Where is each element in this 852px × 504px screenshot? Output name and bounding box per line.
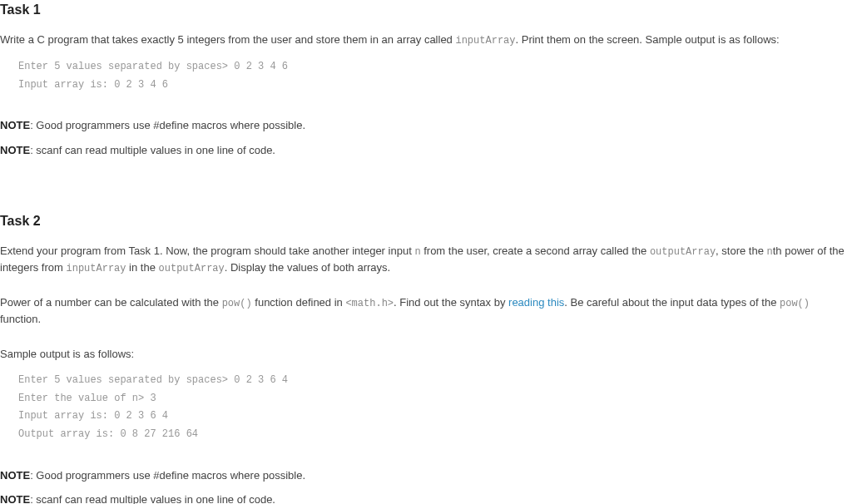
task1-note2: NOTE: scanf can read multiple values in … bbox=[0, 142, 852, 159]
task2-note2-text: : scanf can read multiple values in one … bbox=[30, 493, 275, 504]
task2-p1-e: in the bbox=[126, 261, 159, 274]
task2-p1-code1: n bbox=[414, 246, 420, 258]
task2-note1-text: : Good programmers use #define macros wh… bbox=[30, 469, 305, 482]
task2-p2-d: . Be careful about the input data types … bbox=[564, 296, 780, 309]
task1-sample-output: Enter 5 values separated by spaces> 0 2 … bbox=[18, 58, 852, 94]
task1-heading: Task 1 bbox=[0, 0, 852, 20]
task2-p1-code3: n bbox=[767, 246, 773, 258]
task2-p2-a: Power of a number can be calculated with… bbox=[0, 296, 222, 309]
task2-p1-code4: inputArray bbox=[66, 263, 126, 274]
task2-p1-f: . Display the values of both arrays. bbox=[225, 261, 390, 274]
task1-intro-prefix: Write a C program that takes exactly 5 i… bbox=[0, 33, 455, 46]
task2-p1: Extend your program from Task 1. Now, th… bbox=[0, 243, 852, 276]
task2-p2-b: function defined in bbox=[252, 296, 346, 309]
task2-note1-label: NOTE bbox=[0, 469, 30, 482]
task2-p2: Power of a number can be calculated with… bbox=[0, 294, 852, 328]
task2-p2-code3: pow() bbox=[780, 298, 810, 309]
task1-note1: NOTE: Good programmers use #define macro… bbox=[0, 117, 852, 134]
task1-intro-suffix: . Print them on the screen. Sample outpu… bbox=[515, 33, 779, 46]
task2-p2-code2: <math.h> bbox=[345, 298, 394, 309]
task2-note2-label: NOTE bbox=[0, 493, 30, 504]
task2-p1-b: from the user, create a second array cal… bbox=[421, 245, 650, 257]
task2-heading: Task 2 bbox=[0, 211, 852, 231]
task2-p2-code1: pow() bbox=[222, 298, 252, 309]
task1-note2-label: NOTE bbox=[0, 144, 30, 156]
task2-sample-label: Sample output is as follows: bbox=[0, 346, 852, 363]
task2-p1-a: Extend your program from Task 1. Now, th… bbox=[0, 245, 414, 257]
task1-note2-text: : scanf can read multiple values in one … bbox=[30, 144, 275, 156]
task1-note1-label: NOTE bbox=[0, 119, 30, 131]
task2-p1-code5: outputArray bbox=[159, 263, 225, 274]
task2-note1: NOTE: Good programmers use #define macro… bbox=[0, 467, 852, 484]
task1-intro: Write a C program that takes exactly 5 i… bbox=[0, 32, 852, 48]
task1-section: Task 1 Write a C program that takes exac… bbox=[0, 0, 852, 158]
task2-section: Task 2 Extend your program from Task 1. … bbox=[0, 211, 852, 504]
reading-this-link[interactable]: reading this bbox=[508, 296, 564, 309]
task2-p2-c: . Find out the syntax by bbox=[394, 296, 508, 309]
task1-intro-code: inputArray bbox=[455, 35, 515, 47]
task2-p1-c: , store the bbox=[716, 245, 766, 257]
task1-note1-text: : Good programmers use #define macros wh… bbox=[30, 119, 305, 131]
task2-p1-code2: outputArray bbox=[650, 246, 716, 258]
task2-note2: NOTE: scanf can read multiple values in … bbox=[0, 492, 852, 504]
task2-p2-e: function. bbox=[0, 313, 41, 325]
task2-sample-output: Enter 5 values separated by spaces> 0 2 … bbox=[18, 372, 852, 443]
